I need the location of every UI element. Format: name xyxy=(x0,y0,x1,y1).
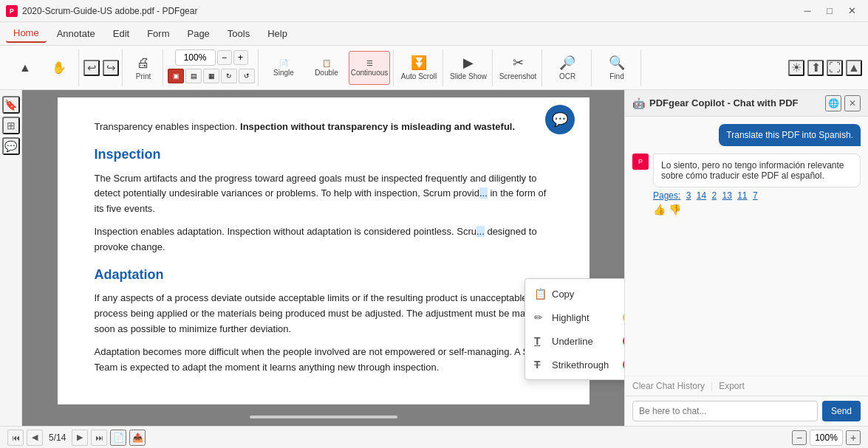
left-sidebar: 🔖 ⊞ 💬 xyxy=(0,90,22,426)
page-view-1[interactable]: ▣ xyxy=(168,69,184,83)
find-button[interactable]: 🔍 Find xyxy=(596,51,638,85)
rotate-ccw[interactable]: ↺ xyxy=(239,69,255,83)
autoscroll-button[interactable]: ⏬ Auto Scroll xyxy=(398,51,440,85)
highlight-icon: ✏ xyxy=(534,311,546,323)
page-view-2[interactable]: ▤ xyxy=(185,69,202,83)
zoom-bottom-in[interactable]: + xyxy=(846,430,861,445)
para-inspection-2: Inspection enables adaptation. Inspectio… xyxy=(95,224,553,255)
context-highlight-item[interactable]: ✏ Highlight xyxy=(525,306,624,329)
para-inspection-1: The Scrum artifacts and the progress tow… xyxy=(95,171,553,217)
screenshot-button[interactable]: ✂ Screenshot xyxy=(497,51,539,85)
zoom-input[interactable] xyxy=(175,49,216,66)
minimize-button[interactable]: ─ xyxy=(797,2,818,20)
select-tool-button[interactable]: ▲ xyxy=(9,51,41,85)
feedback-row: 👍 👎 xyxy=(653,204,861,216)
menu-annotate[interactable]: Annotate xyxy=(49,25,103,42)
continuous-view-button[interactable]: ☰ Continuous xyxy=(349,51,390,85)
chat-globe-button[interactable]: 🌐 xyxy=(825,95,841,111)
menu-form[interactable]: Form xyxy=(140,25,177,42)
collapse-button[interactable]: ▲ xyxy=(846,60,862,76)
main-area: 🔖 ⊞ 💬 Transparency enables inspection. I… xyxy=(0,90,868,426)
fullscreen-button[interactable]: ⛶ xyxy=(827,60,843,76)
chat-panel: 🤖 PDFgear Copilot - Chat with PDF 🌐 ✕ Tr… xyxy=(624,90,868,426)
page-link-13[interactable]: 13 xyxy=(722,190,731,201)
zoom-in-button[interactable]: + xyxy=(233,50,248,65)
zoom-out-button[interactable]: − xyxy=(217,50,232,65)
single-view-button[interactable]: 📄 Single xyxy=(263,51,304,85)
pdf-text: Transparency enables inspection. Inspect… xyxy=(95,120,553,375)
double-view-button[interactable]: 📋 Double xyxy=(306,51,347,85)
autoscroll-label: Auto Scroll xyxy=(401,72,437,80)
bold-text-1: Inspection without transparency is misle… xyxy=(240,121,515,132)
print-button[interactable]: 🖨 Print xyxy=(127,51,160,85)
print-group: 🖨 Print xyxy=(124,49,163,86)
page-action-1[interactable]: 📄 xyxy=(110,430,126,446)
sidebar-pages-button[interactable]: ⊞ xyxy=(2,117,20,134)
chat-title: PDFgear Copilot - Chat with PDF xyxy=(649,97,799,108)
redo-button[interactable]: ↪ xyxy=(103,60,119,76)
undo-button[interactable]: ↩ xyxy=(83,60,100,76)
sidebar-bookmark-button[interactable]: 🔖 xyxy=(2,96,20,114)
page-link-3[interactable]: 3 xyxy=(686,190,691,201)
send-button[interactable]: Send xyxy=(822,401,861,421)
prev-page-button[interactable]: ◀ xyxy=(27,430,43,446)
context-underline-item[interactable]: T Underline xyxy=(525,329,624,353)
page-link-2[interactable]: 2 xyxy=(711,190,717,201)
page-link-11[interactable]: 11 xyxy=(737,190,747,201)
hand-icon: ✋ xyxy=(52,61,66,75)
menu-tools[interactable]: Tools xyxy=(220,25,257,42)
hand-tool-button[interactable]: ✋ xyxy=(43,51,75,85)
print-icon: 🖨 xyxy=(137,55,150,71)
pages-label: Pages: xyxy=(653,190,680,201)
context-copy-item[interactable]: 📋 Copy xyxy=(525,282,624,306)
single-label: Single xyxy=(273,69,294,77)
scroll-indicator xyxy=(250,416,397,418)
chat-header-icon: 🤖 xyxy=(632,97,645,109)
para-adaptation-2: Adaptation becomes more difficult when t… xyxy=(95,345,553,376)
double-icon: 📋 xyxy=(322,59,331,67)
context-strikethrough-item[interactable]: T Strikethrough xyxy=(525,353,624,376)
page-indicator: 5/14 xyxy=(49,433,66,443)
page-action-2[interactable]: 📤 xyxy=(129,430,146,446)
menu-edit[interactable]: Edit xyxy=(106,25,137,42)
copy-icon: 📋 xyxy=(534,288,546,300)
chat-controls: 🌐 ✕ xyxy=(825,95,861,111)
menu-home[interactable]: Home xyxy=(6,24,47,43)
last-page-button[interactable]: ⏭ xyxy=(91,430,107,446)
export-link[interactable]: Export xyxy=(719,381,745,391)
history-group: ↩ ↪ xyxy=(81,49,123,86)
page-view-3[interactable]: ▦ xyxy=(203,69,219,83)
chat-float-button[interactable]: 💬 xyxy=(545,105,575,134)
rotate-cw[interactable]: ↻ xyxy=(221,69,237,83)
bot-message-text: Lo siento, pero no tengo información rel… xyxy=(653,154,861,187)
select-icon: ▲ xyxy=(19,61,31,75)
zoom-bottom-value[interactable] xyxy=(810,430,843,446)
nav-controls: ⏮ ◀ 5/14 ▶ ⏭ 📄 📤 xyxy=(7,430,146,446)
sidebar-comments-button[interactable]: 💬 xyxy=(2,137,20,155)
chat-input[interactable] xyxy=(632,401,818,421)
upload-button[interactable]: ⬆ xyxy=(807,60,824,76)
slideshow-group: ▶ Slide Show xyxy=(445,49,493,86)
page-link-7[interactable]: 7 xyxy=(753,190,758,201)
chat-header-left: 🤖 PDFgear Copilot - Chat with PDF xyxy=(632,97,799,109)
slideshow-button[interactable]: ▶ Slide Show xyxy=(448,51,489,85)
app-logo: P xyxy=(6,5,18,17)
brightness-button[interactable]: ☀ xyxy=(788,60,804,76)
ocr-button[interactable]: 🔎 OCR xyxy=(547,51,588,85)
thumbs-down-button[interactable]: 👎 xyxy=(669,204,681,216)
zoom-bottom-out[interactable]: − xyxy=(792,430,807,445)
menu-help[interactable]: Help xyxy=(260,25,295,42)
page-link-14[interactable]: 14 xyxy=(697,190,706,201)
highlight-color-dot xyxy=(623,312,624,323)
first-page-button[interactable]: ⏮ xyxy=(7,430,24,446)
menu-page[interactable]: Page xyxy=(180,25,216,42)
thumbs-up-button[interactable]: 👍 xyxy=(653,204,666,216)
chat-close-button[interactable]: ✕ xyxy=(844,95,861,111)
clear-history-link[interactable]: Clear Chat History xyxy=(632,381,705,391)
next-page-button[interactable]: ▶ xyxy=(72,430,88,446)
title-bar-left: P 2020-Scrum-Guide-US adobe.pdf - PDFgea… xyxy=(6,5,197,17)
chat-messages: Translate this PDF into Spanish. P Lo si… xyxy=(625,117,868,376)
maximize-button[interactable]: □ xyxy=(819,2,840,20)
single-icon: 📄 xyxy=(279,59,288,67)
close-button[interactable]: ✕ xyxy=(841,2,862,20)
